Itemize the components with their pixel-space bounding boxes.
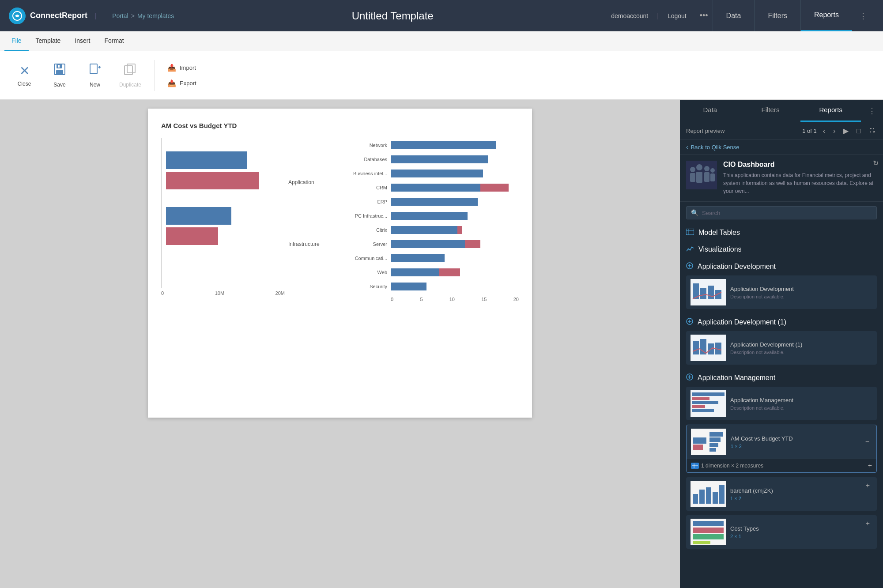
expand-app-mgmt-icon (686, 373, 693, 382)
svg-rect-17 (710, 173, 715, 181)
chart-title: AM Cost vs Budget YTD (161, 122, 329, 129)
rp-more-btn[interactable]: ⋮ (861, 100, 883, 122)
panel-more-btn[interactable]: ⋮ (852, 11, 874, 21)
group-app-mgmt[interactable]: Application Management (680, 369, 883, 387)
prev-page-btn[interactable]: ‹ (821, 126, 827, 136)
vis-link-am[interactable]: 1 × 2 (731, 444, 858, 449)
import-button[interactable]: 📥 Import (164, 62, 200, 74)
nav-more-btn[interactable]: ••• (695, 11, 713, 20)
chart-row-security: Security (342, 281, 519, 292)
menu-format[interactable]: Format (97, 31, 131, 51)
section-visualizations[interactable]: Visualizations (680, 241, 883, 258)
bar-area-server (391, 240, 519, 248)
fit-btn[interactable]: □ (855, 126, 863, 136)
vis-card-am-cost: AM Cost vs Budget YTD 1 × 2 − (686, 425, 877, 473)
vis-card-app-dev-2: Application Development (1) Description … (686, 331, 877, 365)
group-app-mgmt-label: Application Management (698, 374, 775, 382)
section-model-tables[interactable]: Model Tables (680, 224, 883, 241)
duplicate-button[interactable]: Duplicate (115, 56, 146, 95)
export-button[interactable]: 📤 Export (164, 77, 200, 89)
svg-rect-49 (709, 437, 721, 442)
expand-app-dev-1-icon (686, 318, 693, 327)
label-erp: ERP (342, 199, 391, 204)
search-input[interactable] (702, 210, 872, 216)
search-icon: 🔍 (691, 209, 698, 216)
label-security: Security (342, 284, 391, 289)
chart-right: Network Databases Business (342, 122, 519, 302)
group-app-dev-1[interactable]: Application Development (1) (680, 313, 883, 331)
svg-rect-5 (90, 64, 97, 74)
toolbar: ✕ Close Save New (0, 51, 883, 100)
play-btn[interactable]: ▶ (841, 126, 850, 136)
svg-rect-58 (713, 492, 718, 504)
x-label-0: 0 (161, 290, 164, 296)
vis-info-barchart: barchart (cmjZK) 1 × 2 (730, 487, 859, 501)
new-button[interactable]: New (79, 56, 110, 95)
svg-rect-15 (704, 172, 709, 182)
user-account: demoaccount (611, 12, 648, 19)
collapse-am-btn[interactable]: − (863, 437, 872, 447)
label-databases: Databases (342, 157, 391, 162)
bar-erp-blue (391, 198, 478, 206)
breadcrumb-templates[interactable]: My templates (137, 12, 174, 19)
rp-tabs: Data Filters Reports ⋮ (680, 100, 883, 122)
menu-bar: File Template Insert Format (0, 31, 883, 51)
breadcrumb-sep: > (131, 12, 135, 19)
rp-back-bar[interactable]: ‹ Back to Qlik Sense (680, 140, 883, 155)
svg-rect-55 (693, 494, 698, 504)
add-barchart-btn[interactable]: + (863, 481, 872, 490)
nav-tabs-right: Data Filters Reports ⋮ (713, 0, 874, 31)
app-details: CIO Dashboard This application contains … (723, 161, 877, 195)
charts-container: AM Cost vs Budget YTD (161, 122, 519, 302)
x-label-10m: 10M (215, 290, 224, 296)
add-cost-types-btn[interactable]: + (863, 519, 872, 528)
menu-file[interactable]: File (4, 31, 29, 51)
bar-server-red (465, 240, 480, 248)
tab-filters[interactable]: Filters (754, 0, 800, 31)
tab-data[interactable]: Data (713, 0, 755, 31)
menu-template[interactable]: Template (29, 31, 68, 51)
rp-tab-reports[interactable]: Reports (800, 100, 861, 122)
rp-tab-data[interactable]: Data (680, 100, 740, 122)
breadcrumb-portal[interactable]: Portal (112, 12, 128, 19)
add-dim-btn[interactable]: + (868, 462, 872, 470)
vis-card-header-cost-types: Cost Types 2 × 1 + (686, 515, 877, 549)
vis-info-1: Application Development Description not … (730, 286, 872, 299)
svg-rect-50 (709, 443, 718, 447)
svg-rect-56 (699, 490, 705, 504)
toolbar-sep (155, 60, 155, 91)
vis-link-barchart[interactable]: 1 × 2 (730, 496, 859, 501)
save-button[interactable]: Save (44, 56, 75, 95)
rp-app-info: CIO Dashboard This application contains … (680, 155, 883, 202)
refresh-btn[interactable]: ↻ (873, 159, 879, 167)
chart-row-comm: Communicati... (342, 253, 519, 264)
bar-area-security (391, 283, 519, 290)
expand-app-dev-icon (686, 262, 693, 271)
vis-thumb-mgmt (691, 390, 726, 417)
vis-link-cost-types[interactable]: 2 × 1 (730, 534, 859, 539)
label-server: Server (342, 241, 391, 247)
label-pc: PC Infrastruc... (342, 213, 391, 219)
rp-tab-filters[interactable]: Filters (740, 100, 801, 122)
svg-rect-34 (693, 341, 699, 354)
dim-icon (691, 463, 699, 469)
svg-rect-4 (58, 65, 60, 68)
vis-title-am: AM Cost vs Budget YTD (731, 435, 858, 442)
bar-app-blue (166, 151, 247, 169)
expand-btn[interactable] (867, 126, 877, 136)
svg-point-23 (691, 247, 693, 248)
visualizations-icon (686, 245, 694, 253)
model-tables-icon (686, 229, 694, 237)
close-button[interactable]: ✕ Close (9, 56, 40, 95)
bar-area-erp (391, 198, 519, 206)
rp-preview-bar: Report preview 1 of 1 ‹ › ▶ □ (680, 122, 883, 140)
group-app-dev[interactable]: Application Development (680, 258, 883, 275)
svg-point-12 (696, 164, 702, 170)
bar-area-comm (391, 254, 519, 262)
vis-info-am: AM Cost vs Budget YTD 1 × 2 (731, 435, 858, 449)
next-page-btn[interactable]: › (831, 126, 837, 136)
menu-insert[interactable]: Insert (68, 31, 97, 51)
tab-reports[interactable]: Reports (800, 0, 852, 31)
vis-thumb-1 (691, 279, 726, 305)
logout-link[interactable]: Logout (668, 12, 687, 19)
